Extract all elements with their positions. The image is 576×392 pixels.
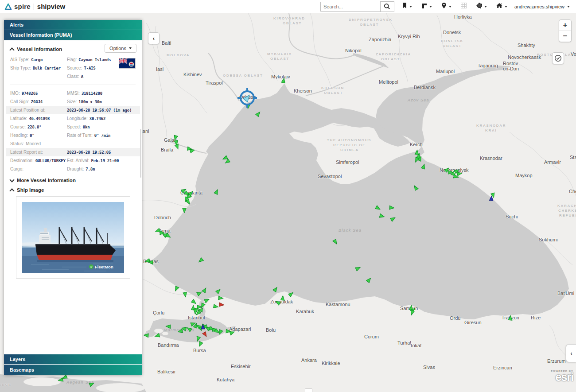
options-label: Options <box>109 46 126 51</box>
measure-tool-button[interactable] <box>420 2 433 12</box>
field-label: Rate of Turn: <box>67 133 93 138</box>
chevron-down-icon <box>484 6 487 8</box>
field-value: 7.8m <box>86 167 95 171</box>
zoom-controls: + − <box>559 19 572 42</box>
field-value: 9748265 <box>22 91 38 96</box>
marmara-island <box>162 332 168 335</box>
panel-header-vessel-info[interactable]: Vessel Information (PUMA) <box>4 30 142 40</box>
zoom-in-button[interactable]: + <box>559 20 571 31</box>
field-label: Flag: <box>67 57 77 62</box>
field-label: AIS Type: <box>10 57 29 62</box>
ship-image-label: Ship Image <box>17 187 44 193</box>
field-value: Cayman Islands <box>78 58 111 62</box>
search-input[interactable] <box>320 2 380 12</box>
field-label: Status: <box>10 141 24 146</box>
bookmark-icon <box>401 2 408 11</box>
more-vessel-info-label: More Vessel Information <box>17 178 76 183</box>
measure-icon <box>421 3 428 11</box>
field-cell: Longitude:30.7462 <box>67 116 136 121</box>
field-value: 0° <box>30 133 34 138</box>
field-cell: IMO:9748265 <box>10 91 67 96</box>
field-row: Latest Position at:2023-06-28 19:56:07 (… <box>6 106 140 114</box>
field-cell: Call Sign:ZGGJ4 <box>10 99 67 104</box>
chevron-down-icon <box>567 6 570 8</box>
field-label: Call Sign: <box>10 99 29 104</box>
field-cell: 2023-06-28 19:56:07 (1m ago) <box>67 108 136 113</box>
field-value: 180m x 30m <box>78 100 101 104</box>
search-button[interactable] <box>380 1 394 12</box>
field-label: Class: <box>67 74 79 79</box>
app: { "navbar": { "logo": {"brand": "spire",… <box>0 0 576 392</box>
field-cell: Size:180m x 30m <box>67 99 136 104</box>
cayman-islands-flag <box>119 58 136 69</box>
home-icon <box>496 2 503 11</box>
pin-icon <box>441 2 447 11</box>
panel-header-basemaps[interactable]: Basemaps <box>4 365 142 375</box>
more-vessel-info-toggle[interactable]: More Vessel Information <box>10 178 136 183</box>
home-tool-button[interactable] <box>495 1 508 12</box>
search-group <box>320 1 394 12</box>
navbar-right: andrew.james.shipview <box>320 1 572 12</box>
ship-image-frame: FleetMon <box>16 196 130 279</box>
user-menu[interactable]: andrew.james.shipview <box>514 4 570 9</box>
field-label: IMO: <box>10 91 20 96</box>
sidebar-collapse-button[interactable]: ‹ <box>148 32 160 44</box>
top-navbar: spire shipview andrew.james.shipview <box>0 0 576 13</box>
chevron-down-icon <box>429 6 432 8</box>
field-cell: MMSI:319114200 <box>67 91 136 96</box>
polygon-tool-button[interactable] <box>475 1 488 12</box>
options-button[interactable]: Options <box>105 44 136 53</box>
field-label: Course: <box>10 124 26 129</box>
search-icon <box>384 3 390 10</box>
right-panel-tab[interactable]: ‹ <box>566 344 576 362</box>
field-value: ZGGJ4 <box>31 100 43 104</box>
panel-header-alerts[interactable]: Alerts <box>4 20 142 30</box>
aegean-island <box>23 377 61 386</box>
field-label: Draught: <box>67 167 84 171</box>
chevron-down-icon <box>409 6 412 8</box>
field-row: Latitude:46.491898Longitude:30.7462 <box>6 114 140 123</box>
field-label: Latest Report at: <box>10 150 43 155</box>
pin-tool-button[interactable] <box>440 1 452 12</box>
field-cell: Course:228.8° <box>10 124 67 129</box>
field-label: Destination: <box>10 158 34 163</box>
bookmark-tool-button[interactable] <box>401 1 413 12</box>
field-cell: Status:Moored <box>10 141 67 146</box>
panel-scrollbar[interactable] <box>140 129 141 178</box>
vessel-fields: AIS Type:CargoFlag:Cayman IslandsShip Ty… <box>10 55 136 173</box>
field-cell: Speed:0kn <box>67 124 136 129</box>
grid-tool-button[interactable] <box>459 1 468 12</box>
field-label: Cargo: <box>10 167 23 171</box>
field-cell: Heading:0° <box>10 133 67 138</box>
marmara-island <box>154 329 163 333</box>
field-value: 0° /min <box>94 133 111 138</box>
app-logo[interactable]: spire shipview <box>4 3 65 10</box>
zoom-out-button[interactable]: − <box>559 31 571 42</box>
field-value: 319114200 <box>82 91 102 96</box>
field-cell: Draught:7.8m <box>67 167 136 171</box>
ship-image-toggle[interactable]: Ship Image <box>10 187 136 193</box>
chevron-down-icon <box>129 47 132 49</box>
panel-header-layers[interactable]: Layers <box>4 354 142 365</box>
field-cell: Est. Arrival:Feb-19 21:00 <box>67 158 136 163</box>
field-value: 30.7462 <box>90 116 106 121</box>
field-value: 2023-06-28 19:56:07 (1m ago) <box>67 108 132 113</box>
field-label: Size: <box>67 99 77 104</box>
grid-icon <box>460 2 467 11</box>
izmit-gulf-shape <box>225 326 236 331</box>
product-name: shipview <box>37 3 65 10</box>
field-cell: Latest Report at: <box>10 150 67 155</box>
field-cell: Cargo: <box>10 167 67 171</box>
field-label: Latest Position at: <box>10 108 46 113</box>
spire-triangle-icon <box>4 3 12 10</box>
kakhovka-reservoir <box>353 53 389 68</box>
divider <box>10 85 136 85</box>
field-cell: Latitude:46.491898 <box>10 116 67 121</box>
field-value: Cargo <box>31 58 43 62</box>
field-row: Course:228.8°Speed:0kn <box>6 123 140 131</box>
circle-check-button[interactable] <box>552 52 564 64</box>
user-name: andrew.james.shipview <box>514 4 564 9</box>
chevron-up-icon <box>9 188 14 193</box>
field-label: Speed: <box>67 124 81 129</box>
field-row: Call Sign:ZGGJ4Size:180m x 30m <box>6 97 140 106</box>
